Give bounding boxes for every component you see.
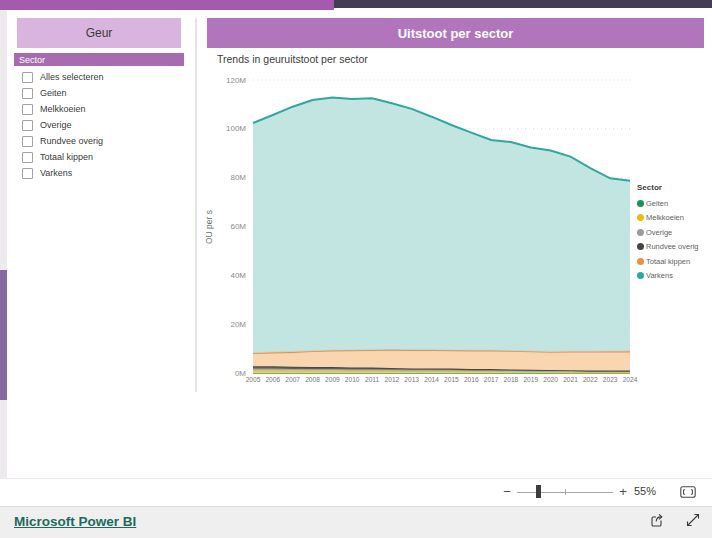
- top-bar-purple: [0, 0, 334, 10]
- y-tick-label: 60M: [230, 222, 246, 231]
- y-tick-label: 20M: [230, 320, 246, 329]
- legend-label: Totaal kippen: [646, 257, 690, 266]
- filter-checkbox-varkens[interactable]: [22, 168, 33, 179]
- x-tick-label: 2015: [444, 376, 459, 383]
- legend-label: Melkkoeien: [646, 213, 684, 222]
- x-tick-label: 2024: [623, 376, 638, 383]
- filter-item-totaal-kippen[interactable]: Totaal kippen: [14, 149, 186, 165]
- filter-label[interactable]: Alles selecteren: [40, 72, 104, 82]
- zoom-in-button[interactable]: +: [616, 484, 630, 500]
- zoom-slider-center-tick: [565, 489, 566, 495]
- filter-item-alles-selecteren[interactable]: Alles selecteren: [14, 69, 186, 85]
- filter-label[interactable]: Totaal kippen: [40, 152, 93, 162]
- filter-item-geiten[interactable]: Geiten: [14, 85, 186, 101]
- zoom-slider-handle[interactable]: [536, 485, 541, 498]
- zoom-out-button[interactable]: −: [500, 484, 514, 500]
- legend-item-melkkoeien[interactable]: Melkkoeien: [637, 211, 709, 226]
- y-tick-label: 120M: [226, 76, 246, 85]
- y-axis-title: OU per s: [204, 210, 214, 244]
- x-tick-label: 2009: [325, 376, 340, 383]
- legend-swatch-totaal-kippen: [637, 258, 644, 265]
- x-tick-label: 2022: [583, 376, 598, 383]
- sidebar-title: Geur: [17, 18, 181, 48]
- x-tick-label: 2010: [345, 376, 360, 383]
- y-tick-label: 40M: [230, 271, 246, 280]
- legend-item-varkens[interactable]: Varkens: [637, 269, 709, 284]
- filter-checkbox-geiten[interactable]: [22, 88, 33, 99]
- x-tick-label: 2014: [424, 376, 439, 383]
- filter-label[interactable]: Geiten: [40, 88, 67, 98]
- legend-label: Varkens: [646, 271, 673, 280]
- share-icon[interactable]: [649, 512, 665, 528]
- legend-swatch-rundvee-overig: [637, 243, 644, 250]
- filter-item-rundvee-overig[interactable]: Rundvee overig: [14, 133, 186, 149]
- legend-label: Overige: [646, 228, 672, 237]
- area-varkens[interactable]: [253, 98, 630, 354]
- x-tick-label: 2011: [365, 376, 380, 383]
- legend-item-rundvee-overig[interactable]: Rundvee overig: [637, 240, 709, 255]
- y-tick-label: 80M: [230, 173, 246, 182]
- filter-checkbox-totaal-kippen[interactable]: [22, 152, 33, 163]
- filter-checkbox-alles-selecteren[interactable]: [22, 72, 33, 83]
- legend-swatch-geiten: [637, 200, 644, 207]
- legend-title: Sector: [637, 183, 709, 192]
- x-tick-label: 2007: [285, 376, 300, 383]
- legend-item-geiten[interactable]: Geiten: [637, 196, 709, 211]
- x-tick-label: 2023: [603, 376, 618, 383]
- top-bar-dark: [334, 0, 712, 8]
- expand-fullscreen-icon[interactable]: [685, 512, 701, 528]
- legend-swatch-melkkoeien: [637, 214, 644, 221]
- filter-label[interactable]: Rundvee overig: [40, 136, 103, 146]
- left-scrollbar-track[interactable]: [0, 10, 7, 478]
- panel-divider: [195, 18, 197, 392]
- x-tick-label: 2016: [464, 376, 479, 383]
- filter-header: Sector: [14, 53, 184, 66]
- y-tick-label: 0M: [235, 369, 246, 378]
- filter-label[interactable]: Overige: [40, 120, 72, 130]
- x-tick-label: 2021: [563, 376, 578, 383]
- legend-label: Geiten: [646, 199, 668, 208]
- filter-list: Alles selecterenGeitenMelkkoeienOverigeR…: [14, 69, 186, 181]
- x-tick-label: 2005: [246, 376, 261, 383]
- filter-label[interactable]: Varkens: [40, 168, 72, 178]
- filter-checkbox-melkkoeien[interactable]: [22, 104, 33, 115]
- legend-swatch-overige: [637, 229, 644, 236]
- zoom-level-label: 55%: [634, 485, 656, 497]
- fit-to-page-icon[interactable]: [680, 486, 696, 498]
- chart-title: Trends in geuruitstoot per sector: [217, 53, 368, 65]
- chart-legend: Sector GeitenMelkkoeienOverigeRundvee ov…: [637, 183, 709, 283]
- legend-item-overige[interactable]: Overige: [637, 225, 709, 240]
- powerbi-brand-link[interactable]: Microsoft Power BI: [14, 514, 136, 529]
- left-scrollbar-thumb[interactable]: [0, 270, 7, 400]
- legend-item-totaal-kippen[interactable]: Totaal kippen: [637, 254, 709, 269]
- legend-swatch-varkens: [637, 272, 644, 279]
- y-tick-label: 100M: [226, 124, 246, 133]
- filter-item-melkkoeien[interactable]: Melkkoeien: [14, 101, 186, 117]
- x-tick-label: 2008: [305, 376, 320, 383]
- filter-checkbox-rundvee-overig[interactable]: [22, 136, 33, 147]
- report-title: Uitstoot per sector: [207, 18, 704, 48]
- filter-checkbox-overige[interactable]: [22, 120, 33, 131]
- x-tick-label: 2018: [504, 376, 519, 383]
- filter-label[interactable]: Melkkoeien: [40, 104, 86, 114]
- x-tick-label: 2020: [543, 376, 558, 383]
- legend-label: Rundvee overig: [646, 242, 699, 251]
- x-tick-label: 2017: [484, 376, 499, 383]
- x-tick-label: 2019: [523, 376, 538, 383]
- x-tick-label: 2012: [385, 376, 400, 383]
- filter-item-overige[interactable]: Overige: [14, 117, 186, 133]
- filter-item-varkens[interactable]: Varkens: [14, 165, 186, 181]
- x-tick-label: 2013: [404, 376, 419, 383]
- x-tick-label: 2006: [265, 376, 280, 383]
